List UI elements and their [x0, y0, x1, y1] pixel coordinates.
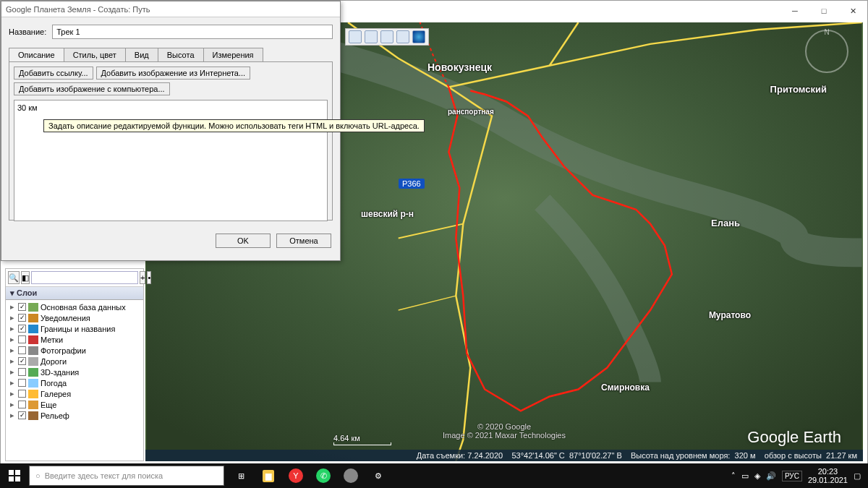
name-label: Название:: [9, 27, 46, 36]
tray-battery-icon[interactable]: ▭: [741, 471, 749, 481]
expand-arrow-icon[interactable]: ▸: [10, 335, 16, 344]
tray-wifi-icon[interactable]: ◈: [754, 471, 760, 481]
tray-language[interactable]: РУС: [782, 471, 802, 481]
layer-label: Дороги: [41, 357, 67, 366]
expand-arrow-icon[interactable]: ▸: [10, 356, 16, 366]
layer-item[interactable]: ▸Метки: [10, 334, 142, 345]
settings-icon[interactable]: ⚙: [365, 463, 392, 488]
toolbar-gallery-icon[interactable]: [396, 30, 409, 43]
toolbar-globe-icon[interactable]: [412, 30, 425, 43]
dialog-titlebar[interactable]: Google Планета Земля - Создать: Путь: [1, 1, 340, 17]
expand-arrow-icon[interactable]: ▸: [10, 378, 16, 388]
taskbar-search[interactable]: ○ Введите здесь текст для поиска: [29, 466, 224, 486]
add-local-image-button[interactable]: Добавить изображение с компьютера...: [14, 82, 170, 95]
region-label: шевский р-н: [361, 209, 414, 219]
layer-item[interactable]: ▸✓Основная база данных: [10, 301, 142, 312]
expand-arrow-icon[interactable]: ▸: [10, 302, 16, 312]
layer-label: Погода: [41, 379, 67, 388]
maximize-button[interactable]: □: [809, 2, 838, 20]
expand-arrow-icon[interactable]: ▸: [10, 324, 16, 333]
layer-item[interactable]: ▸✓Рельеф: [10, 410, 142, 421]
add-icon[interactable]: +: [140, 271, 145, 284]
layer-label: Метки: [41, 335, 63, 344]
route-badge: Р366: [399, 179, 425, 189]
expand-arrow-icon[interactable]: ▸: [10, 367, 16, 377]
layer-checkbox[interactable]: [18, 346, 26, 354]
layer-item[interactable]: ▸Галерея: [10, 388, 142, 399]
city-label-smirnovka: Смирновка: [601, 382, 650, 393]
imagery-date: 7.24.2020: [467, 451, 503, 460]
tab-altitude[interactable]: Высота: [158, 48, 204, 61]
layer-item[interactable]: ▸Погода: [10, 377, 142, 388]
layer-label: Рельеф: [41, 411, 69, 420]
google-earth-icon[interactable]: [337, 463, 365, 488]
places-search-input[interactable]: [31, 271, 138, 284]
tab-view[interactable]: Вид: [125, 48, 158, 61]
layer-checkbox[interactable]: [18, 401, 26, 408]
expand-arrow-icon[interactable]: ▸: [10, 346, 16, 355]
scale-bar: 4.64 км: [333, 434, 391, 445]
yandex-browser-icon[interactable]: Y: [282, 463, 310, 488]
layer-checkbox[interactable]: ✓: [18, 325, 26, 333]
windows-taskbar: ○ Введите здесь текст для поиска ⊞ ▆ Y ✆…: [0, 463, 868, 488]
file-explorer-icon[interactable]: ▆: [255, 463, 282, 488]
layer-checkbox[interactable]: ✓: [18, 411, 26, 419]
expand-arrow-icon[interactable]: ▸: [10, 411, 16, 420]
panel-mode-icon[interactable]: ◧: [21, 271, 30, 284]
toolbar-print-icon[interactable]: [365, 30, 378, 43]
ge-mini-toolbar: [345, 28, 429, 46]
layer-checkbox[interactable]: [18, 335, 26, 343]
expand-arrow-icon[interactable]: ▸: [10, 313, 16, 322]
search-icon: ○: [35, 471, 41, 480]
tray-volume-icon[interactable]: 🔊: [766, 471, 776, 481]
tab-row: Описание Стиль, цвет Вид Высота Измерени…: [9, 48, 333, 61]
expand-arrow-icon[interactable]: ▸: [10, 389, 16, 398]
create-path-dialog: Google Планета Земля - Создать: Путь Наз…: [1, 1, 341, 261]
map-attribution: © 2020 Google Image © 2021 Maxar Technol…: [443, 422, 566, 440]
svg-rect-3: [9, 476, 14, 481]
layer-item[interactable]: ▸✓Границы и названия: [10, 323, 142, 334]
layer-item[interactable]: ▸Еще: [10, 399, 142, 410]
layer-item[interactable]: ▸✓Уведомления: [10, 312, 142, 323]
layers-header[interactable]: ▾ Слои: [6, 287, 143, 300]
layer-item[interactable]: ▸3D-здания: [10, 367, 142, 377]
expand-arrow-icon[interactable]: ▸: [10, 400, 16, 409]
layer-checkbox[interactable]: [18, 368, 26, 376]
add-link-button[interactable]: Добавить ссылку...: [14, 67, 93, 80]
tray-chevron-icon[interactable]: ˄: [731, 471, 736, 481]
scale-value: 4.64 км: [333, 434, 360, 442]
layer-checkbox[interactable]: [18, 390, 26, 398]
imagery-date-label: Дата съемки:: [417, 451, 465, 460]
tab-description[interactable]: Описание: [9, 48, 64, 61]
description-textarea[interactable]: 30 км Задать описание редактируемой функ…: [14, 100, 328, 221]
layer-icon: [28, 325, 38, 333]
close-button[interactable]: ✕: [838, 2, 867, 20]
copyright-maxar: Image © 2021 Maxar Technologies: [443, 431, 566, 440]
layer-item[interactable]: ▸✓Дороги: [10, 356, 142, 367]
more-icon[interactable]: •: [147, 271, 151, 284]
task-view-icon[interactable]: ⊞: [227, 463, 255, 488]
layer-checkbox[interactable]: ✓: [18, 357, 26, 365]
add-web-image-button[interactable]: Добавить изображение из Интернета...: [96, 67, 251, 80]
layer-checkbox[interactable]: [18, 379, 26, 387]
cancel-button[interactable]: Отмена: [276, 234, 331, 248]
start-button[interactable]: [0, 463, 29, 488]
search-icon[interactable]: 🔍: [8, 271, 20, 284]
toolbar-save-icon[interactable]: [380, 30, 393, 43]
minimize-button[interactable]: ─: [780, 2, 809, 20]
tab-style[interactable]: Стиль, цвет: [64, 48, 126, 61]
ok-button[interactable]: OK: [216, 234, 271, 248]
layer-icon: [28, 346, 38, 355]
layer-checkbox[interactable]: ✓: [18, 314, 26, 322]
layer-item[interactable]: ▸Фотографии: [10, 345, 142, 356]
tray-clock[interactable]: 20:23 29.01.2021: [808, 467, 848, 484]
whatsapp-icon[interactable]: ✆: [310, 463, 337, 488]
layer-checkbox[interactable]: ✓: [18, 303, 26, 311]
tab-measurements[interactable]: Измерения: [203, 48, 263, 61]
google-earth-logo: Google Earth: [747, 428, 841, 447]
name-input[interactable]: [52, 25, 333, 39]
compass-widget[interactable]: [805, 30, 848, 73]
app-window: ─ □ ✕: [0, 0, 868, 488]
toolbar-email-icon[interactable]: [349, 30, 362, 43]
tray-notifications-icon[interactable]: ▢: [854, 471, 861, 481]
